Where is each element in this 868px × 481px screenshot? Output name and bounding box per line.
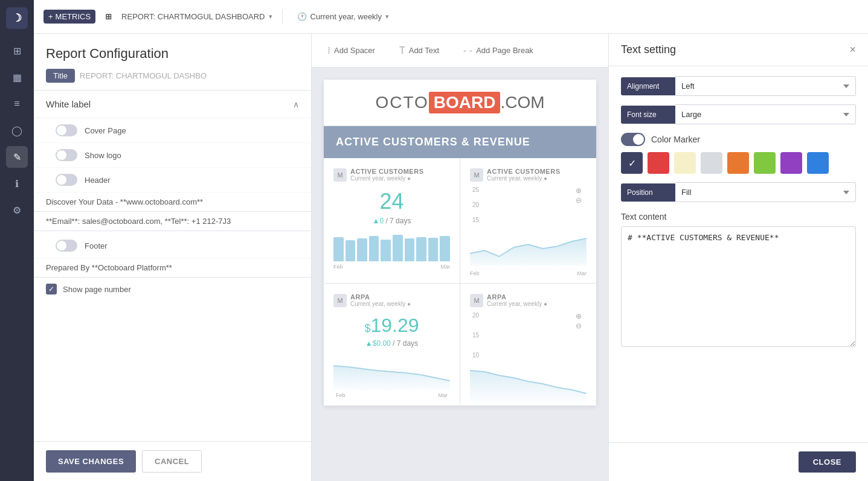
- add-spacer-button[interactable]: ⁞ Add Spacer: [321, 41, 381, 60]
- chart-label-mar: Mar: [441, 264, 451, 270]
- footer-row: Footer: [34, 234, 311, 258]
- nav-report[interactable]: REPORT: CHARTMOGUL DASHBOARD ▾: [121, 12, 272, 21]
- ts-content-textarea[interactable]: # **ACTIVE CUSTOMERS & REVENUE**: [621, 226, 856, 347]
- metric-change-up-0: ▲0: [373, 217, 384, 225]
- sidebar-item-settings[interactable]: ⚙: [6, 199, 28, 221]
- metric-icon-3: M: [470, 294, 483, 307]
- sidebar-item-reports[interactable]: ≡: [6, 93, 28, 115]
- ts-position-select[interactable]: Fill Left Right Center: [675, 182, 856, 202]
- add-text-button[interactable]: T Add Text: [393, 42, 445, 60]
- cancel-button[interactable]: CANCEL: [142, 450, 202, 473]
- ts-fontsize-label: Font size: [621, 106, 675, 124]
- nav-brand: ⊞: [105, 12, 112, 21]
- color-swatch-purple[interactable]: [780, 152, 802, 174]
- chart-bar: [381, 240, 391, 261]
- color-swatch-blue[interactable]: [807, 152, 829, 174]
- sidebar-item-users[interactable]: ◯: [6, 119, 28, 141]
- nav-time[interactable]: 🕐 Current year, weekly ▾: [297, 12, 390, 21]
- sidebar-item-dashboard[interactable]: ▦: [6, 66, 28, 88]
- metric-chart-0: Feb Mar: [333, 225, 450, 273]
- sidebar-item-home[interactable]: ⊞: [6, 40, 28, 62]
- chart-label-mar-2: Mar: [439, 392, 448, 398]
- color-swatch-red[interactable]: [648, 152, 669, 174]
- ts-close-icon[interactable]: ×: [849, 43, 856, 56]
- chart-line-svg-3: [470, 358, 587, 401]
- chart-bar: [369, 236, 379, 261]
- color-swatch-green[interactable]: [754, 152, 776, 174]
- title-value: REPORT: CHARTMOGUL DASHBO: [80, 71, 207, 80]
- config-panel-body: White label ∧ Cover Page Show logo Heade…: [34, 91, 311, 441]
- chart-labels-0: Feb Mar: [333, 261, 450, 270]
- sidebar-item-brush[interactable]: ✎: [6, 146, 28, 168]
- add-metric-button[interactable]: + METRICS: [43, 10, 95, 24]
- header-label: Header: [85, 176, 111, 185]
- ts-color-marker-toggle[interactable]: [621, 133, 645, 146]
- save-changes-button[interactable]: SAVE CHANGES: [46, 450, 136, 473]
- report-logo-bar: OCTO BOARD .COM: [324, 80, 596, 126]
- white-label-chevron-icon[interactable]: ∧: [293, 100, 299, 109]
- metric-change-2: ▲$0.00 / 7 days: [333, 339, 450, 348]
- config-title-row: Title REPORT: CHARTMOGUL DASHBO: [46, 69, 299, 83]
- add-spacer-label: Add Spacer: [334, 46, 375, 55]
- ts-close-button[interactable]: CLOSE: [799, 451, 856, 473]
- main-wrapper: + METRICS ⊞ REPORT: CHARTMOGUL DASHBOARD…: [34, 0, 868, 481]
- ts-color-swatches: ✓: [621, 152, 856, 174]
- ts-fontsize-select[interactable]: Small Medium Large: [675, 104, 856, 124]
- chart-y-labels-1: 25 20 15: [470, 184, 587, 223]
- color-swatch-yellow[interactable]: [674, 152, 696, 174]
- add-page-break-button[interactable]: - - Add Page Break: [457, 42, 539, 60]
- footer-text-input[interactable]: [34, 258, 311, 278]
- report-preview: ⁞ Add Spacer T Add Text - - Add Page Bre…: [312, 34, 608, 481]
- show-page-number-row: ✓ Show page number: [34, 278, 311, 301]
- logo-octo: OCTO: [375, 93, 428, 112]
- show-logo-label: Show logo: [85, 151, 121, 160]
- chart-labels-1: Feb Mar: [470, 268, 587, 276]
- ts-position-label: Position: [621, 183, 675, 202]
- ts-alignment-select[interactable]: Left Center Right: [675, 76, 856, 96]
- metric-card-header-3: M ARPA Current year, weekly ●: [470, 293, 587, 307]
- chart-bar: [393, 235, 403, 261]
- color-swatch-gray[interactable]: [701, 152, 722, 174]
- header-row: Header: [34, 168, 311, 193]
- chart-line-svg-1: [470, 223, 587, 266]
- metric-card-header-1: M ACTIVE CUSTOMERS Current year, weekly …: [470, 168, 587, 182]
- ts-header: Text setting ×: [609, 34, 868, 66]
- time-label: Current year, weekly: [310, 12, 382, 21]
- title-badge: Title: [46, 69, 75, 83]
- header-text-input[interactable]: [34, 193, 311, 212]
- text-setting-panel: Text setting × Alignment Left Center Rig…: [608, 34, 868, 481]
- white-label-section-header[interactable]: White label ∧: [34, 91, 311, 118]
- report-label: REPORT: CHARTMOGUL DASHBOARD: [121, 12, 265, 21]
- chart-label-mar-1: Mar: [577, 270, 587, 276]
- chart-bar: [346, 240, 356, 261]
- config-panel-header: Report Configuration Title REPORT: CHART…: [34, 34, 311, 91]
- report-header-text: ACTIVE CUSTOMERS & REVENUE: [336, 136, 530, 148]
- svg-marker-2: [470, 371, 587, 401]
- cover-page-label: Cover Page: [85, 126, 126, 135]
- logo-board: BOARD: [429, 92, 501, 113]
- add-text-label: Add Text: [409, 46, 439, 55]
- cover-page-toggle[interactable]: [56, 124, 77, 136]
- report-canvas[interactable]: OCTO BOARD .COM ACTIVE CUSTOMERS & REVEN…: [312, 68, 608, 481]
- metric-subtitle-3: Current year, weekly ●: [487, 301, 547, 307]
- ts-text-content-section: Text content # **ACTIVE CUSTOMERS & REVE…: [621, 212, 856, 349]
- clock-icon: 🕐: [297, 12, 307, 21]
- text-icon: T: [399, 45, 405, 56]
- ts-alignment-row: Alignment Left Center Right: [621, 76, 856, 96]
- chart-bar: [428, 238, 439, 261]
- show-page-number-checkbox[interactable]: ✓: [46, 284, 57, 295]
- metric-change-0: ▲0 / 7 days: [333, 217, 450, 225]
- header-toggle[interactable]: [56, 174, 77, 186]
- email-text-input[interactable]: [34, 212, 311, 231]
- metrics-label: METRICS: [56, 12, 91, 21]
- report-metrics-grid: M ACTIVE CUSTOMERS Current year, weekly …: [324, 158, 596, 406]
- color-swatch-dark[interactable]: ✓: [621, 152, 643, 174]
- logo-com: .COM: [500, 93, 544, 112]
- color-swatch-orange[interactable]: [727, 152, 749, 174]
- ts-color-toggle-row: Color Marker: [621, 133, 856, 146]
- metric-title-1: ACTIVE CUSTOMERS: [487, 168, 560, 175]
- footer-toggle[interactable]: [56, 240, 77, 252]
- chart-label-feb-2: Feb: [336, 392, 346, 398]
- show-logo-toggle[interactable]: [56, 149, 77, 161]
- sidebar-item-info[interactable]: ℹ: [6, 173, 28, 194]
